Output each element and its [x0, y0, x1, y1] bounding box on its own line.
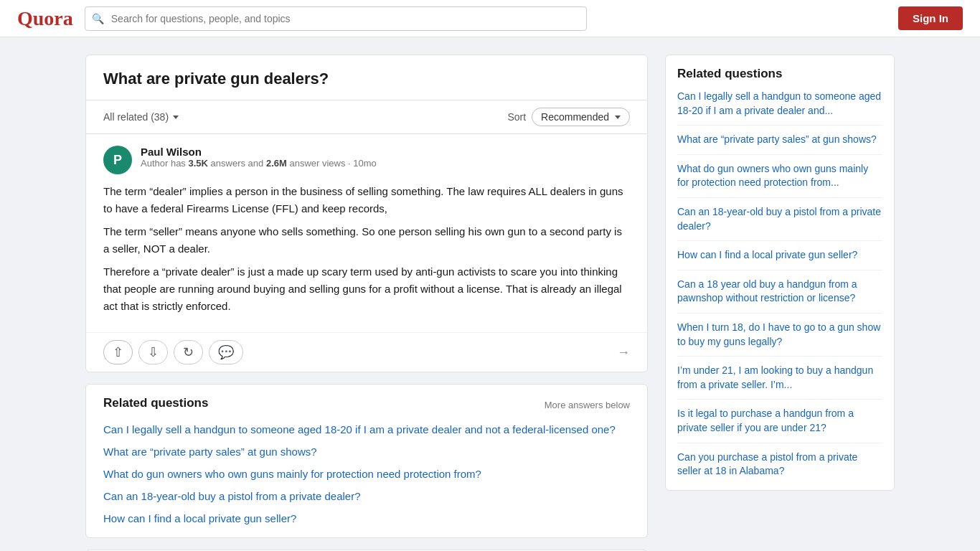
- chevron-down-icon: [173, 116, 179, 119]
- main-container: What are private gun dealers? All relate…: [74, 37, 906, 551]
- related-link-1[interactable]: What are “private party sales” at gun sh…: [103, 444, 630, 459]
- related-link-3[interactable]: Can an 18-year-old buy a pistol from a p…: [103, 489, 630, 504]
- sort-right: Sort Recommended: [507, 108, 630, 126]
- answer-section: P Paul Wilson Author has 3.5K answers an…: [86, 134, 647, 332]
- header-right: Sign In: [898, 6, 963, 30]
- right-link-0[interactable]: Can I legally sell a handgun to someone …: [677, 90, 882, 126]
- related-link-4[interactable]: How can I find a local private gun selle…: [103, 511, 630, 526]
- right-related-card: Related questions Can I legally sell a h…: [665, 55, 895, 491]
- right-links-list: Can I legally sell a handgun to someone …: [677, 90, 882, 479]
- avatar: P: [103, 146, 132, 174]
- sign-in-button[interactable]: Sign In: [898, 6, 963, 30]
- search-bar: 🔍: [85, 6, 587, 31]
- more-answers-label: More answers below: [545, 400, 630, 410]
- sort-dropdown[interactable]: Recommended: [532, 108, 630, 126]
- left-column: What are private gun dealers? All relate…: [85, 55, 648, 551]
- all-related-label: All related (38): [103, 111, 169, 123]
- related-card-title: Related questions: [103, 396, 208, 410]
- answer-paragraph-2: The term “seller” means anyone who sells…: [103, 223, 630, 258]
- question-card: What are private gun dealers? All relate…: [85, 55, 648, 372]
- right-link-2[interactable]: What do gun owners who own guns mainly f…: [677, 162, 882, 198]
- downvote-button[interactable]: ⇩: [138, 340, 168, 364]
- author-row: P Paul Wilson Author has 3.5K answers an…: [103, 146, 630, 174]
- right-link-1[interactable]: What are “private party sales” at gun sh…: [677, 133, 882, 155]
- sort-bar: All related (38) Sort Recommended: [86, 100, 647, 134]
- quora-logo[interactable]: Quora: [17, 7, 73, 30]
- search-input[interactable]: [85, 6, 587, 31]
- right-column: Related questions Can I legally sell a h…: [665, 55, 895, 551]
- search-icon: 🔍: [92, 13, 104, 24]
- right-link-4[interactable]: How can I find a local private gun selle…: [677, 248, 882, 270]
- question-title: What are private gun dealers?: [103, 70, 630, 88]
- related-questions-card: Related questions More answers below Can…: [85, 384, 648, 538]
- right-link-5[interactable]: Can a 18 year old buy a handgun from a p…: [677, 278, 882, 314]
- related-link-2[interactable]: What do gun owners who own guns mainly f…: [103, 466, 630, 481]
- answers-count: 3.5K: [189, 158, 208, 169]
- right-card-title: Related questions: [677, 67, 882, 81]
- upvote-button[interactable]: ⇧: [103, 340, 133, 364]
- answer-paragraph-1: The term “dealer” implies a person in th…: [103, 183, 630, 217]
- action-bar: ⇧ ⇩ ↻ 💬 →: [86, 332, 647, 372]
- related-link-0[interactable]: Can I legally sell a handgun to someone …: [103, 422, 630, 437]
- right-link-6[interactable]: When I turn 18, do I have to go to a gun…: [677, 321, 882, 357]
- share-button[interactable]: →: [617, 345, 630, 360]
- question-header: What are private gun dealers?: [86, 55, 647, 100]
- related-card-content: Related questions More answers below Can…: [86, 385, 647, 537]
- right-link-7[interactable]: I’m under 21, I am looking to buy a hand…: [677, 364, 882, 400]
- sort-label: Sort: [507, 111, 526, 123]
- right-link-8[interactable]: Is it legal to purchase a handgun from a…: [677, 407, 882, 443]
- related-links-list: Can I legally sell a handgun to someone …: [103, 422, 630, 526]
- views-count: 2.6M: [266, 158, 287, 169]
- right-link-3[interactable]: Can an 18-year-old buy a pistol from a p…: [677, 205, 882, 241]
- author-meta: Author has 3.5K answers and 2.6M answer …: [141, 158, 377, 169]
- all-related-toggle[interactable]: All related (38): [103, 111, 179, 123]
- repost-button[interactable]: ↻: [174, 340, 203, 364]
- right-link-9[interactable]: Can you purchase a pistol from a private…: [677, 451, 882, 479]
- sort-value: Recommended: [541, 111, 609, 123]
- author-info: Paul Wilson Author has 3.5K answers and …: [141, 146, 377, 169]
- chevron-down-sort-icon: [615, 116, 621, 119]
- comment-button[interactable]: 💬: [209, 340, 243, 364]
- author-name[interactable]: Paul Wilson: [141, 146, 377, 158]
- header: Quora 🔍 Sign In: [0, 0, 980, 37]
- answer-paragraph-3: Therefore a “private dealer” is just a m…: [103, 263, 630, 315]
